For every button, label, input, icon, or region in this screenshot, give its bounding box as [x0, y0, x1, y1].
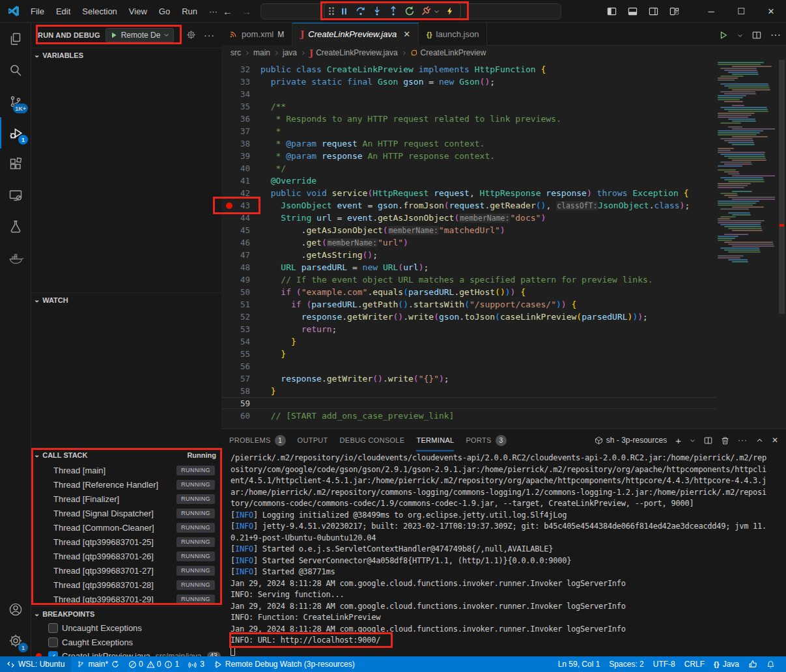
step-out-button[interactable]: [385, 4, 401, 18]
code-line[interactable]: 53 return;: [221, 323, 786, 335]
breakpoint-checkbox[interactable]: [48, 623, 58, 633]
status-encoding[interactable]: UTF-8: [649, 656, 680, 672]
panel-tab-terminal[interactable]: TERMINAL: [416, 429, 454, 451]
call-stack-thread[interactable]: Thread [Signal Dispatcher]RUNNING: [31, 506, 221, 520]
status-debug-session[interactable]: Remote Debug Watch (3p-resources): [209, 656, 359, 672]
menu-go[interactable]: Go: [153, 4, 176, 20]
breadcrumb-item[interactable]: JCreateLinkPreview.java: [309, 48, 398, 58]
code-line[interactable]: 38 * @param request An HTTP request cont…: [221, 137, 786, 150]
code-line[interactable]: 51 if (parsedURL.getPath().startsWith("/…: [221, 298, 786, 311]
breakpoints-section-header[interactable]: ⌄ BREAKPOINTS: [31, 606, 221, 621]
code-line[interactable]: 34: [221, 88, 786, 100]
launch-config-dropdown[interactable]: Remote De: [105, 28, 175, 42]
maximize-button[interactable]: ☐: [726, 0, 756, 23]
code-line[interactable]: 56: [221, 360, 786, 372]
call-stack-thread[interactable]: Thread [qtp399683701-28]RUNNING: [31, 578, 221, 592]
pause-button[interactable]: [336, 4, 352, 18]
kill-terminal-icon[interactable]: [721, 436, 729, 445]
breadcrumb-item[interactable]: main: [253, 48, 270, 57]
call-stack-thread[interactable]: Thread [qtp399683701-26]RUNNING: [31, 549, 221, 563]
close-tab-icon[interactable]: ✕: [403, 29, 410, 39]
activity-testing[interactable]: [0, 211, 31, 242]
breakpoint-dot-icon[interactable]: [226, 203, 232, 209]
activity-explorer[interactable]: [0, 23, 31, 55]
call-stack-thread[interactable]: Thread [qtp399683701-25]RUNNING: [31, 535, 221, 549]
status-eol[interactable]: CRLF: [680, 656, 709, 672]
call-stack-thread[interactable]: Thread [qtp399683701-27]RUNNING: [31, 563, 221, 578]
code-line[interactable]: 35 /**: [221, 100, 786, 113]
disconnect-button[interactable]: [417, 4, 434, 18]
code-line[interactable]: 60 // [START add_ons_case_preview_link]: [221, 410, 786, 422]
breadcrumb-item[interactable]: src: [231, 48, 241, 57]
status-problems[interactable]: 001: [124, 656, 184, 672]
call-stack-thread[interactable]: Thread [qtp399683701-29]RUNNING: [31, 592, 221, 606]
status-cursor-position[interactable]: Ln 59, Col 1: [554, 656, 605, 672]
tab-launch-json[interactable]: {}launch.json: [419, 23, 487, 46]
code-line[interactable]: 59: [221, 397, 786, 410]
activity-accounts[interactable]: [0, 594, 31, 625]
code-line[interactable]: 45 .getAsJsonObject(memberName:"matchedU…: [221, 224, 786, 236]
call-stack-thread[interactable]: Thread [main]RUNNING: [31, 463, 221, 477]
code-line[interactable]: 36 * Responds to any HTTP request relate…: [221, 113, 786, 125]
code-line[interactable]: 32public class CreateLinkPreview impleme…: [221, 63, 786, 76]
toggle-sidebar-icon[interactable]: [607, 7, 617, 16]
status-ports[interactable]: 3: [184, 656, 209, 672]
code-line[interactable]: 37 *: [221, 125, 786, 137]
more-actions-icon[interactable]: ···: [204, 30, 215, 40]
split-terminal-icon[interactable]: [704, 436, 712, 445]
code-line[interactable]: 48 URL parsedURL = new URL(url);: [221, 261, 786, 273]
run-file-icon[interactable]: [719, 31, 728, 40]
code-line[interactable]: 58 }: [221, 385, 786, 397]
panel-more-icon[interactable]: ···: [738, 436, 748, 445]
hot-code-replace-button[interactable]: [442, 4, 458, 18]
code-line[interactable]: 41 @Override: [221, 175, 786, 187]
code-editor[interactable]: 32public class CreateLinkPreview impleme…: [221, 60, 786, 428]
code-line[interactable]: 39 * @param response An HTTP response co…: [221, 150, 786, 162]
toggle-secondary-sidebar-icon[interactable]: [649, 7, 658, 16]
call-stack-thread[interactable]: Thread [Reference Handler]RUNNING: [31, 477, 221, 492]
status-feedback[interactable]: [744, 656, 762, 672]
activity-source-control[interactable]: 1K+: [0, 86, 31, 117]
menu-selection[interactable]: Selection: [76, 4, 122, 20]
activity-run-and-debug[interactable]: 1: [0, 117, 31, 148]
tab-pom-xml[interactable]: pom.xmlM: [221, 23, 292, 46]
status-remote-indicator[interactable]: WSL: Ubuntu: [0, 656, 71, 672]
start-debug-icon[interactable]: [110, 31, 118, 39]
code-line[interactable]: 33 private static final Gson gson = new …: [221, 76, 786, 88]
status-notifications[interactable]: [762, 656, 779, 672]
code-line[interactable]: 42 public void service(HttpRequest reque…: [221, 187, 786, 199]
back-button[interactable]: ←: [223, 6, 232, 17]
call-stack-thread[interactable]: Thread [Finalizer]RUNNING: [31, 492, 221, 506]
watch-section-header[interactable]: ⌄ WATCH: [31, 292, 221, 307]
code-line[interactable]: 46 .get(memberName:"url"): [221, 236, 786, 249]
status-indentation[interactable]: Spaces: 2: [604, 656, 648, 672]
breakpoint-checkbox[interactable]: [48, 637, 58, 647]
panel-tab-ports[interactable]: PORTS3: [466, 429, 506, 451]
status-git-branch[interactable]: main*: [72, 656, 124, 672]
menu-file[interactable]: File: [25, 4, 50, 20]
menu-view[interactable]: View: [123, 4, 153, 20]
menu-[interactable]: ···: [203, 4, 223, 20]
breakpoint-row[interactable]: Uncaught Exceptions: [31, 621, 221, 635]
activity-settings[interactable]: 1: [0, 625, 31, 656]
breakpoint-row[interactable]: Caught Exceptions: [31, 636, 221, 649]
close-button[interactable]: ✕: [756, 0, 786, 23]
toggle-panel-icon[interactable]: [628, 7, 638, 16]
code-line[interactable]: 44 String url = event.getAsJsonObject(me…: [221, 212, 786, 224]
customize-layout-icon[interactable]: [669, 7, 679, 16]
forward-button[interactable]: →: [242, 6, 251, 17]
gear-icon[interactable]: [186, 30, 196, 40]
terminal-output[interactable]: /pierrick/.m2/repository/io/cloudevents/…: [231, 453, 781, 657]
breakpoint-checkbox[interactable]: ✓: [48, 651, 58, 656]
breadcrumb-item[interactable]: java: [283, 48, 297, 57]
editor-more-icon[interactable]: ···: [770, 29, 781, 41]
breakpoint-row[interactable]: ✓CreateLinkPreview.javasrc/main/java43: [31, 649, 221, 656]
code-line[interactable]: 47 .getAsString();: [221, 249, 786, 261]
status-language-mode[interactable]: {}Java: [709, 656, 744, 672]
terminal-dropdown-icon[interactable]: [690, 438, 695, 443]
code-line[interactable]: 52 response.getWriter().write(gson.toJso…: [221, 311, 786, 323]
panel-tab-debug-console[interactable]: DEBUG CONSOLE: [340, 429, 405, 451]
step-into-button[interactable]: [369, 4, 385, 18]
run-dropdown-icon[interactable]: [737, 33, 743, 38]
split-editor-icon[interactable]: [752, 31, 761, 40]
